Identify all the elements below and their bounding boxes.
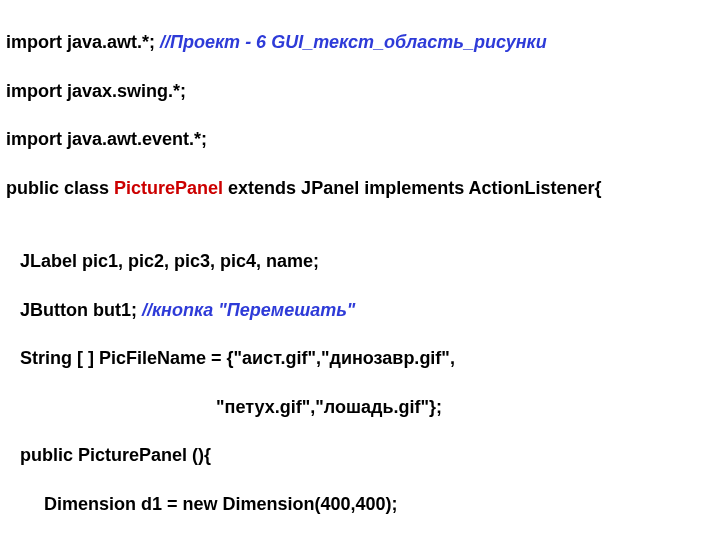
comment: //Проект - 6 GUI_текст_область_рисунки: [160, 32, 547, 52]
comment: //кнопка "Перемешать": [142, 300, 355, 320]
text: import java.awt.*;: [6, 32, 160, 52]
class-name: PicturePanel: [114, 178, 223, 198]
code-line: "петух.gif","лошадь.gif"};: [6, 395, 714, 419]
code-line: import java.awt.*; //Проект - 6 GUI_текс…: [6, 30, 714, 54]
code-block: import java.awt.*; //Проект - 6 GUI_текс…: [0, 0, 720, 540]
code-line: String [ ] PicFileName = {"аист.gif","ди…: [6, 346, 714, 370]
code-line: Dimension d1 = new Dimension(400,400);: [6, 492, 714, 516]
text: public class: [6, 178, 114, 198]
code-line: import javax.swing.*;: [6, 79, 714, 103]
code-line: public PicturePanel (){: [6, 443, 714, 467]
code-line: import java.awt.event.*;: [6, 127, 714, 151]
code-line: JButton but1; //кнопка "Перемешать": [6, 298, 714, 322]
text: extends JPanel implements ActionListener…: [223, 178, 601, 198]
code-line: JLabel pic1, pic2, pic3, pic4, name;: [6, 249, 714, 273]
text: JButton but1;: [20, 300, 142, 320]
code-line: public class PicturePanel extends JPanel…: [6, 176, 714, 200]
